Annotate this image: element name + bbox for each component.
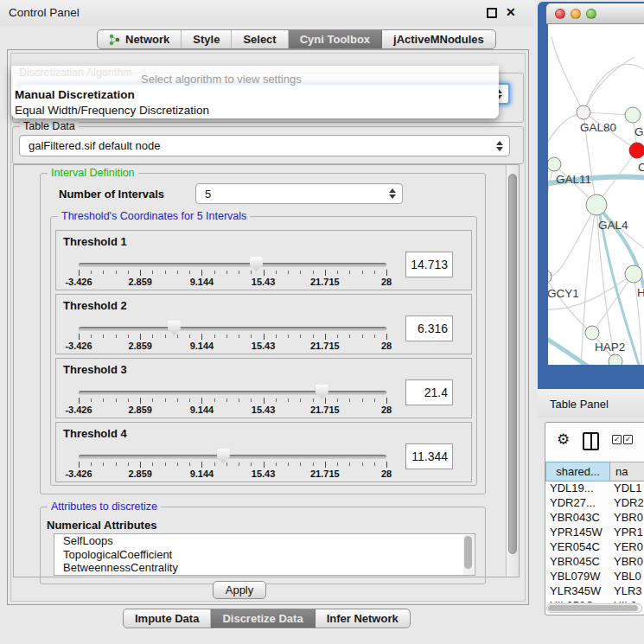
threshold-value-field[interactable]: 14.713 (405, 252, 453, 277)
slider-thumb[interactable] (168, 321, 181, 335)
tick-mark (349, 399, 350, 402)
scrollbar-thumb[interactable] (508, 174, 517, 554)
table-row[interactable]: YDL19...YDL1 (545, 481, 644, 496)
gear-icon[interactable]: ⚙ (557, 430, 570, 449)
close-traffic-light-icon[interactable] (555, 9, 565, 19)
network-node[interactable] (609, 354, 622, 365)
table-data-combobox[interactable]: galFiltered.sif default node (19, 135, 510, 156)
tick-mark (337, 335, 338, 338)
tick-mark (140, 334, 141, 340)
tab-cyni-toolbox[interactable]: Cyni Toolbox (289, 30, 382, 48)
threshold-value-field[interactable]: 11.344 (405, 443, 453, 469)
threshold-2-box: Threshold 2-3.4262.8599.14415.4321.71528… (55, 294, 472, 354)
algorithm-option[interactable]: Manual Discretization (11, 87, 499, 103)
algorithm-placeholder-option[interactable]: Select algorithm to view settings (11, 66, 499, 87)
network-node-ga[interactable] (625, 107, 641, 123)
tick-label: -3.426 (65, 341, 92, 351)
column-header-name[interactable]: na (610, 462, 644, 481)
tick-mark (140, 398, 141, 404)
tick-mark (214, 462, 215, 466)
tab-select[interactable]: Select (232, 30, 288, 48)
network-node-c[interactable] (629, 143, 644, 158)
close-icon[interactable]: ✕ (506, 5, 516, 19)
network-node-gal4[interactable] (586, 194, 607, 215)
tick-mark (79, 334, 80, 340)
tab-discretize-data[interactable]: Discretize Data (211, 609, 315, 628)
table-row[interactable]: YBR045CYBR0 (545, 555, 644, 570)
tick-mark (226, 271, 227, 274)
tab-network[interactable]: Network (98, 30, 182, 48)
tick-mark (116, 399, 117, 402)
threshold-value-field[interactable]: 21.4 (405, 379, 453, 405)
network-node-gcy1[interactable] (548, 270, 552, 284)
slider-thumb[interactable] (316, 385, 328, 399)
float-window-icon[interactable] (487, 8, 497, 18)
checkbox-icon[interactable]: ✓ (612, 435, 622, 444)
table-header-row: shared... na (545, 462, 644, 481)
columns-icon[interactable] (583, 432, 599, 450)
tick-mark (165, 462, 166, 466)
slider-track[interactable] (79, 455, 386, 459)
tick-label: 15.43 (252, 405, 276, 415)
attribute-list-item[interactable]: SelfLoops (54, 534, 475, 548)
network-node-gal80[interactable] (577, 105, 590, 119)
tick-mark (300, 399, 301, 402)
tick-label: -3.426 (65, 469, 92, 479)
table-row[interactable]: YPR145WYPR1 (545, 526, 644, 540)
settings-vertical-scrollbar[interactable] (506, 165, 519, 577)
slider-track[interactable] (79, 327, 386, 331)
tab-jactivemnodules[interactable]: jActiveMNodules (382, 30, 495, 48)
table-row[interactable]: YBL079WYBL0 (545, 570, 644, 584)
tick-mark (91, 271, 92, 274)
algorithm-option[interactable]: Equal Width/Frequency Discretization (11, 103, 499, 118)
tab-style[interactable]: Style (182, 30, 232, 48)
tick-label: 2.859 (128, 405, 152, 415)
tick-mark (239, 462, 239, 466)
tick-mark (128, 271, 129, 274)
table-row[interactable]: YBR043CYBR0 (545, 511, 644, 526)
table-row[interactable]: YLR345WYLR3 (545, 584, 644, 599)
numerical-attributes-list[interactable]: SelfLoopsTopologicalCoefficientBetweenne… (54, 533, 475, 576)
zoom-traffic-light-icon[interactable] (586, 9, 596, 19)
network-node-h[interactable] (625, 265, 642, 283)
scrollbar-thumb[interactable] (548, 605, 638, 611)
threshold-value-field[interactable]: 6.316 (405, 316, 453, 341)
node-label: GA (634, 125, 644, 138)
network-node-hap2[interactable] (585, 326, 599, 340)
minimize-traffic-light-icon[interactable] (571, 9, 581, 19)
panel-title: Control Panel (9, 6, 80, 19)
tick-mark (152, 462, 153, 466)
checkbox-icon[interactable]: ✓ (623, 435, 633, 444)
attribute-list-item[interactable]: BetweennessCentrality (54, 561, 475, 575)
tick-mark (374, 271, 375, 274)
attributes-list-scrollbar[interactable] (463, 535, 474, 576)
threshold-3-box: Threshold 3-3.4262.8599.14415.4321.71528… (55, 358, 472, 418)
tick-mark (79, 462, 80, 468)
tick-mark (177, 399, 178, 402)
tick-label: 21.715 (310, 341, 340, 351)
threshold-label: Threshold 4 (63, 427, 127, 440)
attribute-list-item[interactable]: TopologicalCoefficient (54, 548, 475, 562)
number-of-intervals-combobox[interactable]: 5 (195, 183, 403, 204)
slider-track[interactable] (79, 391, 386, 395)
table-rows: YDL19...YDL1YDR27...YDR2YBR043CYBR0YPR14… (545, 481, 644, 603)
table-horizontal-scrollbar[interactable] (546, 603, 642, 613)
slider-thumb[interactable] (250, 257, 263, 271)
apply-button[interactable]: Apply (213, 581, 266, 599)
tick-mark (349, 271, 350, 274)
tab-impute-data[interactable]: Impute Data (124, 609, 211, 628)
network-node-gal11[interactable] (548, 157, 561, 171)
tick-mark (91, 399, 92, 402)
tick-mark (349, 335, 350, 338)
slider-track[interactable] (79, 263, 386, 267)
network-canvas[interactable]: GAL80GACGAL11GAL4GCY1HHAP2 (548, 24, 644, 365)
tick-mark (276, 462, 277, 466)
table-row[interactable]: YER054CYER0 (545, 540, 644, 555)
table-row[interactable]: YDR27...YDR2 (545, 496, 644, 511)
tick-mark (201, 270, 202, 276)
tab-infer-network[interactable]: Infer Network (316, 609, 410, 628)
table-row[interactable]: YIL052CYIL0 (545, 599, 644, 603)
column-header-shared-name[interactable]: shared... (545, 462, 610, 481)
tick-mark (313, 462, 314, 466)
slider-thumb[interactable] (217, 449, 230, 463)
